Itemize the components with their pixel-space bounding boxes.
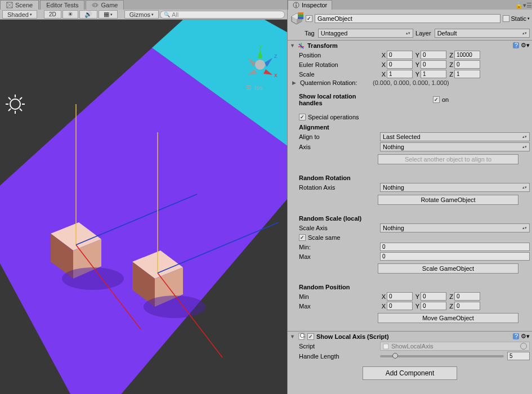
settings-gear-icon[interactable]: ⚙▾: [521, 333, 530, 340]
special-ops-checkbox[interactable]: [299, 114, 306, 120]
showlocalaxis-title: Show Local Axis (Script): [316, 333, 510, 340]
search-icon: 🔍: [164, 12, 170, 17]
posmin-x-input[interactable]: [387, 292, 413, 301]
pos-max-label: Max: [299, 303, 378, 310]
inspector-tab-bar: Inspector 🔒 ▾☰: [288, 0, 532, 10]
tag-label: Tag: [305, 30, 315, 37]
settings-gear-icon[interactable]: ⚙▾: [521, 42, 530, 49]
tab-editor-tests[interactable]: Editor Tests: [40, 0, 84, 10]
scale-max-input[interactable]: [380, 252, 530, 261]
svg-point-4: [93, 5, 95, 6]
position-z-input[interactable]: [454, 51, 480, 59]
svg-text:☰: ☰: [246, 84, 252, 91]
scale-x-input[interactable]: [387, 70, 413, 78]
posmin-y-input[interactable]: [421, 292, 446, 301]
help-icon[interactable]: ?: [512, 42, 520, 49]
scale-same-checkbox[interactable]: [299, 234, 306, 241]
tab-inspector[interactable]: Inspector: [288, 0, 332, 10]
layer-dropdown[interactable]: Default▴▾: [435, 29, 530, 38]
tab-inspector-label: Inspector: [302, 2, 327, 8]
svg-text:x: x: [274, 71, 278, 78]
svg-rect-49: [298, 15, 303, 17]
posmax-x-input[interactable]: [387, 302, 413, 310]
align-to-dropdown[interactable]: Last Selected▴▾: [380, 132, 530, 141]
script-asset-icon: [383, 343, 389, 350]
handle-length-label: Handle Length: [299, 353, 378, 360]
position-x-input[interactable]: [387, 51, 413, 59]
svg-rect-44: [296, 5, 297, 7]
euler-z-input[interactable]: [454, 60, 480, 69]
show-handles-label: Show local rotation handles: [299, 93, 378, 106]
showlocalaxis-header[interactable]: ▼ C# Show Local Axis (Script) ? ⚙▾: [288, 332, 532, 341]
move-gameobject-button[interactable]: Move GameObject: [378, 313, 518, 323]
scale-y-input[interactable]: [421, 70, 446, 78]
scale-axis-dropdown[interactable]: Nothing▴▾: [380, 223, 530, 232]
inspector-content: Static ▾ Tag Untagged▴▾ Layer Default▴▾ …: [288, 10, 532, 394]
tab-game[interactable]: Game: [86, 0, 124, 10]
svg-rect-50: [298, 17, 303, 19]
svg-point-11: [62, 267, 124, 290]
slider-thumb[interactable]: [392, 353, 398, 359]
scene-toolbar: Shaded▾ 2D ☀ 🔊 ▦▾ Gizmos▾ 🔍 All: [0, 10, 287, 20]
toggle-audio[interactable]: 🔊: [79, 10, 97, 19]
rotate-gameobject-button[interactable]: Rotate GameObject: [378, 195, 518, 205]
gizmos-dropdown[interactable]: Gizmos▾: [124, 10, 159, 19]
svg-point-18: [144, 296, 205, 318]
foldout-icon[interactable]: ▼: [290, 334, 296, 339]
toggle-fx[interactable]: ▦▾: [99, 10, 118, 19]
scale-min-label: Min:: [299, 244, 378, 250]
handle-length-input[interactable]: [507, 352, 530, 360]
script-reference-field[interactable]: ShowLocalAxis: [380, 342, 530, 351]
svg-text:?: ?: [515, 42, 518, 48]
light-icon: ☀: [68, 11, 73, 18]
tag-dropdown[interactable]: Untagged▴▾: [318, 29, 413, 38]
tab-scene[interactable]: Scene: [0, 0, 39, 10]
svg-text:z: z: [274, 52, 278, 59]
scene-viewport[interactable]: y z x ☰ Iso: [0, 20, 287, 394]
handle-length-slider[interactable]: [380, 355, 504, 357]
align-axis-dropdown[interactable]: Nothing▴▾: [380, 142, 530, 151]
lock-icon[interactable]: 🔒: [515, 2, 522, 8]
component-showlocalaxis: ▼ C# Show Local Axis (Script) ? ⚙▾ Scrip…: [288, 331, 532, 361]
select-align-object-button[interactable]: Select another object to align to: [378, 154, 518, 164]
shading-dropdown[interactable]: Shaded▾: [2, 10, 37, 19]
scale-axis-label: Scale Axis: [299, 225, 378, 231]
object-picker-icon[interactable]: [520, 343, 527, 350]
layer-label: Layer: [415, 30, 431, 37]
static-checkbox[interactable]: [503, 15, 509, 22]
foldout-icon[interactable]: ▼: [290, 43, 296, 48]
euler-label: Euler Rotation: [299, 61, 378, 68]
posmin-z-input[interactable]: [454, 292, 480, 301]
inspector-icon: [293, 2, 299, 8]
align-axis-label: Axis: [299, 144, 378, 150]
rotation-axis-dropdown[interactable]: Nothing▴▾: [380, 183, 530, 192]
gameobject-name-input[interactable]: [315, 14, 500, 23]
gameobject-header: Static ▾: [288, 10, 532, 28]
static-dropdown-arrow[interactable]: ▾: [527, 16, 530, 21]
tab-game-label: Game: [101, 2, 118, 8]
scale-min-input[interactable]: [380, 243, 530, 251]
scene-search[interactable]: 🔍 All: [160, 11, 285, 19]
toggle-2d[interactable]: 2D: [44, 10, 61, 19]
script-enabled-checkbox[interactable]: [307, 333, 314, 340]
panel-menu-icon[interactable]: ▾☰: [523, 2, 530, 8]
posmax-z-input[interactable]: [454, 302, 480, 310]
posmax-y-input[interactable]: [421, 302, 446, 310]
transform-header[interactable]: ▼ Transform ? ⚙▾: [288, 41, 532, 50]
euler-x-input[interactable]: [387, 60, 413, 69]
svg-text:C#: C#: [300, 333, 306, 339]
tab-editor-tests-label: Editor Tests: [46, 2, 78, 8]
scale-z-input[interactable]: [454, 70, 480, 78]
svg-point-22: [10, 99, 20, 109]
sun-light-icon[interactable]: [6, 95, 25, 114]
toggle-lighting[interactable]: ☀: [62, 10, 78, 19]
scale-gameobject-button[interactable]: Scale GameObject: [378, 263, 518, 274]
svg-line-30: [20, 97, 22, 100]
gameobject-enabled-checkbox[interactable]: [306, 15, 312, 22]
add-component-button[interactable]: Add Component: [363, 366, 458, 380]
quat-foldout-icon[interactable]: ▶: [292, 80, 298, 86]
euler-y-input[interactable]: [421, 60, 446, 69]
position-y-input[interactable]: [421, 51, 446, 59]
help-icon[interactable]: ?: [512, 333, 520, 340]
show-handles-checkbox[interactable]: [433, 96, 440, 103]
